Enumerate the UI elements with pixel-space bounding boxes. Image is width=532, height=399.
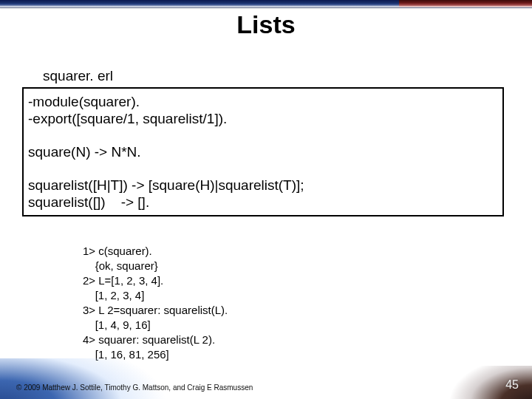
- code-line: -export([square/1, squarelist/1]).: [28, 110, 498, 127]
- shell-line: {ok, squarer}: [83, 259, 228, 273]
- shell-line: [1, 4, 9, 16]: [83, 318, 228, 332]
- shell-session: 1> c(squarer). {ok, squarer} 2> L=[1, 2,…: [83, 244, 228, 362]
- footer-gradient-left: [0, 358, 532, 399]
- footer-gradient-right: [443, 366, 532, 399]
- code-line: square(N) -> N*N.: [28, 143, 498, 160]
- code-line: squarelist([H|T]) -> [square(H)|squareli…: [28, 177, 498, 194]
- source-filename: squarer. erl: [43, 68, 113, 84]
- code-blank: [28, 160, 498, 177]
- shell-line: [1, 2, 3, 4]: [83, 288, 228, 303]
- header-band: [0, 0, 532, 8]
- code-line: -module(squarer).: [28, 93, 498, 110]
- shell-line: 2> L=[1, 2, 3, 4].: [83, 273, 228, 288]
- shell-line: 1> c(squarer).: [83, 244, 228, 259]
- code-blank: [28, 127, 498, 143]
- copyright-text: © 2009 Matthew J. Sottile, Timothy G. Ma…: [16, 383, 253, 392]
- page-number: 45: [505, 378, 519, 392]
- code-listing-box: -module(squarer). -export([square/1, squ…: [22, 87, 504, 216]
- shell-line: 4> squarer: squarelist(L 2).: [83, 332, 228, 347]
- shell-line: 3> L 2=squarer: squarelist(L).: [83, 303, 228, 318]
- code-line: squarelist([]) -> [].: [28, 194, 498, 211]
- shell-line: [1, 16, 81, 256]: [83, 347, 228, 362]
- slide-title: Lists: [0, 10, 532, 39]
